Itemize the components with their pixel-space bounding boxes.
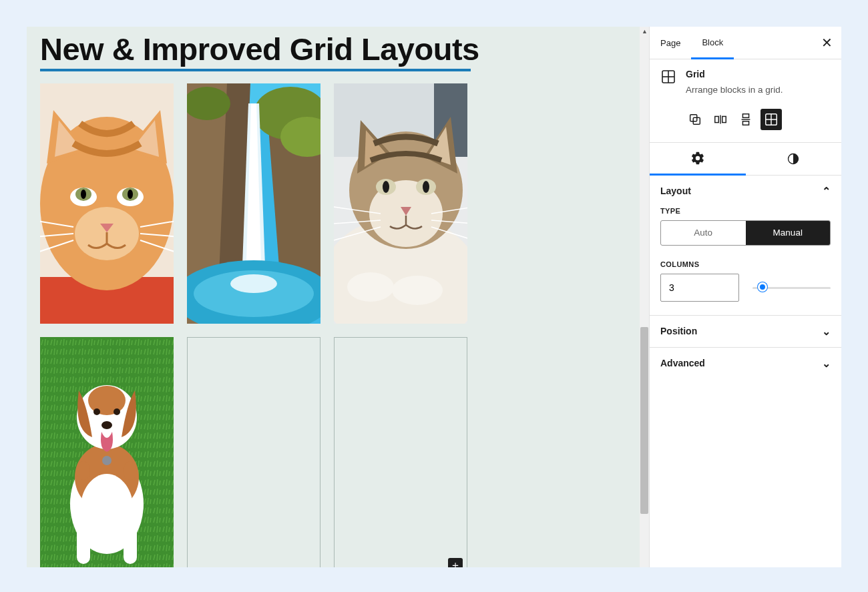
panel-position-header[interactable]: Position ⌄ <box>650 316 841 347</box>
type-auto-button[interactable]: Auto <box>661 221 746 245</box>
canvas-scrollbar[interactable]: ▲ <box>640 27 649 567</box>
svg-point-11 <box>81 190 86 199</box>
grid-block[interactable]: ＋ <box>40 83 636 567</box>
grid-cell-image[interactable] <box>40 83 174 324</box>
svg-point-60 <box>102 456 112 465</box>
columns-input[interactable] <box>660 274 739 302</box>
chevron-up-icon: ⌃ <box>822 185 831 198</box>
inspector-tab-settings[interactable] <box>650 143 746 176</box>
panel-advanced: Advanced ⌄ <box>650 348 841 379</box>
type-toggle-group: Auto Manual <box>660 220 831 246</box>
plus-icon: ＋ <box>450 560 461 567</box>
svg-point-53 <box>77 461 90 480</box>
grid-icon <box>660 69 676 85</box>
sidebar-tabs: Page Block ✕ <box>650 27 841 59</box>
styles-icon <box>787 152 800 166</box>
page-title[interactable]: New & Improved Grid Layouts <box>40 27 636 69</box>
chevron-down-icon: ⌄ <box>822 325 831 338</box>
type-label: Type <box>660 207 831 215</box>
panel-advanced-header[interactable]: Advanced ⌄ <box>650 348 841 379</box>
panel-position: Position ⌄ <box>650 316 841 348</box>
svg-rect-66 <box>715 116 719 122</box>
scroll-up-arrow-icon[interactable]: ▲ <box>642 28 648 35</box>
svg-point-54 <box>124 461 137 480</box>
columns-label: Columns <box>660 260 831 268</box>
panel-title: Layout <box>660 186 691 196</box>
svg-rect-69 <box>742 113 748 117</box>
block-transform-row <box>650 109 841 142</box>
svg-point-44 <box>392 276 443 305</box>
chevron-down-icon: ⌄ <box>822 357 831 370</box>
svg-rect-67 <box>722 116 726 122</box>
editor-canvas[interactable]: New & Improved Grid Layouts <box>27 27 649 567</box>
transform-row-button[interactable] <box>710 109 731 130</box>
inspector-tabs <box>650 142 841 176</box>
grid-cell-empty[interactable]: ＋ <box>334 337 467 567</box>
grid-cell-image[interactable] <box>334 83 467 324</box>
panel-layout-header[interactable]: Layout ⌃ <box>650 176 841 207</box>
transform-stack-button[interactable] <box>735 109 756 130</box>
add-block-button[interactable]: ＋ <box>448 558 463 567</box>
gear-icon <box>690 151 705 166</box>
tab-page[interactable]: Page <box>650 27 691 59</box>
transform-group-button[interactable] <box>684 109 706 130</box>
grid-cell-image[interactable] <box>187 83 320 324</box>
grid-cell-empty[interactable] <box>187 337 320 567</box>
slider-thumb[interactable] <box>758 282 767 292</box>
title-underline <box>40 69 471 71</box>
block-description: Arrange blocks in a grid. <box>686 83 783 97</box>
svg-point-12 <box>128 190 133 199</box>
inspector-tab-styles[interactable] <box>746 143 842 175</box>
svg-point-40 <box>383 181 389 193</box>
close-sidebar-button[interactable]: ✕ <box>819 35 835 51</box>
scroll-thumb[interactable] <box>640 327 648 514</box>
columns-slider[interactable] <box>752 281 831 294</box>
transform-grid-button[interactable] <box>761 109 782 130</box>
svg-rect-51 <box>77 517 90 564</box>
svg-point-43 <box>347 272 394 302</box>
panel-title: Position <box>660 326 697 336</box>
tab-block[interactable]: Block <box>691 27 734 59</box>
svg-point-41 <box>423 181 429 193</box>
svg-rect-70 <box>742 121 748 125</box>
editor-frame: New & Improved Grid Layouts <box>27 27 841 567</box>
panel-title: Advanced <box>660 358 705 368</box>
svg-rect-52 <box>124 517 137 564</box>
settings-sidebar: Page Block ✕ Grid Arrange blocks in a gr… <box>649 27 841 567</box>
close-icon: ✕ <box>821 35 833 51</box>
svg-point-27 <box>230 274 277 293</box>
panel-layout: Layout ⌃ Type Auto Manual Columns <box>650 176 841 316</box>
svg-point-59 <box>101 421 112 429</box>
grid-cell-image[interactable] <box>40 337 174 567</box>
svg-point-58 <box>114 408 120 415</box>
type-manual-button[interactable]: Manual <box>746 221 831 245</box>
block-name: Grid <box>686 69 783 79</box>
svg-point-57 <box>93 408 100 415</box>
block-card: Grid Arrange blocks in a grid. <box>650 59 841 109</box>
